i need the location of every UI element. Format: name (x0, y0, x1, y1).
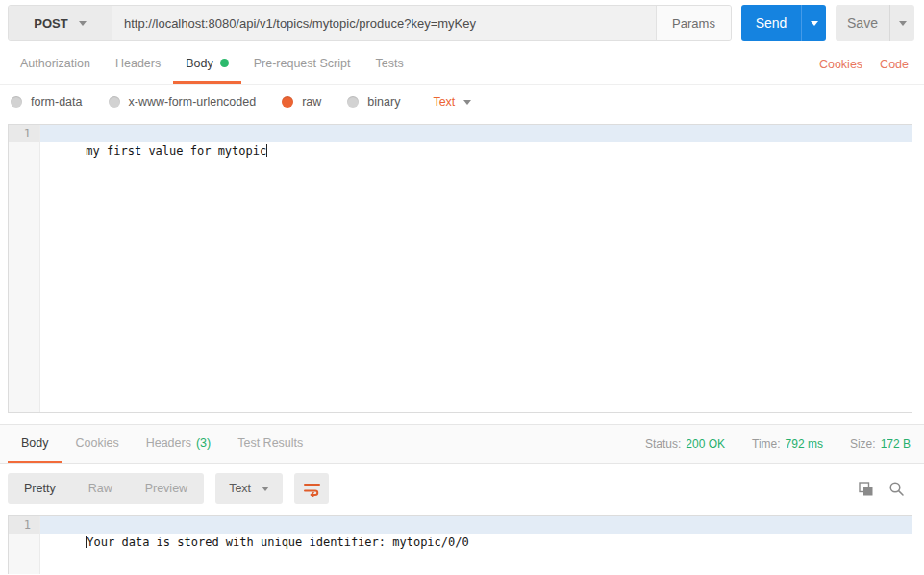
radio-label: form-data (31, 95, 83, 109)
size-value: 172 B (881, 438, 911, 451)
save-button[interactable]: Save (836, 5, 889, 41)
tab-label: Headers (115, 57, 161, 70)
chevron-down-icon (79, 21, 87, 26)
response-tab-headers[interactable]: Headers (3) (133, 425, 225, 463)
radio-label: binary (367, 95, 400, 109)
view-mode-label: Raw (88, 482, 112, 495)
tab-tests[interactable]: Tests (362, 45, 415, 84)
code-line: Your data is stored with unique identifi… (40, 516, 912, 534)
response-meta-bar: Body Cookies Headers (3) Test Results St… (0, 424, 924, 464)
size-stat: Size: 172 B (850, 438, 911, 451)
view-mode-label: Preview (145, 482, 187, 495)
line-number: 1 (9, 125, 39, 142)
raw-format-label: Text (433, 95, 455, 109)
editor-gutter: 1 (9, 516, 40, 574)
editor-gutter: 1 (9, 125, 40, 412)
view-mode-switch: Pretty Raw Preview (8, 473, 204, 504)
tab-label: Pre-request Script (254, 57, 351, 70)
request-bar: POST Params Send Save (0, 0, 924, 45)
body-type-row: form-data x-www-form-urlencoded raw bina… (0, 85, 924, 119)
text-cursor (266, 144, 267, 157)
save-button-group: Save (836, 5, 914, 41)
response-stats: Status: 200 OK Time: 792 ms Size: 172 B (645, 425, 911, 463)
view-mode-raw[interactable]: Raw (72, 473, 129, 504)
line-number: 1 (9, 516, 39, 534)
view-mode-pretty[interactable]: Pretty (8, 473, 72, 504)
radio-icon (11, 96, 22, 108)
status-stat: Status: 200 OK (645, 438, 725, 451)
radio-label: raw (302, 95, 321, 109)
request-tabs: Authorization Headers Body Pre-request S… (0, 45, 924, 85)
copy-response-button[interactable] (858, 481, 874, 497)
radio-binary[interactable]: binary (347, 95, 400, 109)
request-tabs-links: Cookies Code (819, 45, 909, 84)
code-line: my first value for mytopic (40, 125, 912, 142)
radio-label: x-www-form-urlencoded (129, 95, 257, 109)
raw-format-select[interactable]: Text (433, 95, 471, 109)
search-icon (888, 481, 905, 497)
response-toolbar-right (858, 481, 905, 497)
view-mode-label: Pretty (24, 482, 56, 495)
response-tab-label: Cookies (76, 437, 119, 450)
tab-label: Authorization (20, 57, 90, 70)
code-link[interactable]: Code (880, 58, 909, 71)
cookies-link[interactable]: Cookies (819, 58, 862, 71)
response-tab-body[interactable]: Body (8, 425, 62, 463)
chevron-down-icon (899, 21, 907, 26)
response-tab-label: Test Results (237, 437, 303, 450)
chevron-down-icon (262, 487, 269, 491)
body-has-content-dot-icon (220, 59, 229, 67)
save-options-button[interactable] (889, 5, 914, 41)
response-toolbar: Pretty Raw Preview Text (0, 464, 924, 512)
tab-pre-request-script[interactable]: Pre-request Script (241, 45, 363, 84)
chevron-down-icon (463, 100, 471, 105)
send-label: Send (756, 15, 787, 31)
status-label: Status: (645, 438, 681, 451)
request-body-editor[interactable]: 1 my first value for mytopic (8, 124, 912, 413)
code-line-text: Your data is stored with unique identifi… (87, 536, 468, 549)
copy-icon (858, 481, 874, 497)
params-label: Params (672, 16, 715, 31)
response-format-label: Text (229, 482, 251, 495)
wrap-lines-icon (303, 481, 321, 497)
search-response-button[interactable] (888, 481, 905, 497)
url-input[interactable] (112, 6, 656, 40)
editor-code-area[interactable]: Your data is stored with unique identifi… (40, 516, 912, 574)
url-group: POST Params (8, 5, 732, 41)
radio-x-www-form-urlencoded[interactable]: x-www-form-urlencoded (109, 95, 257, 109)
tab-headers[interactable]: Headers (103, 45, 173, 84)
code-line-text: my first value for mytopic (86, 144, 266, 158)
tab-label: Body (186, 57, 213, 70)
response-tab-label: Headers (146, 437, 191, 450)
radio-selected-icon (282, 96, 293, 108)
tab-body[interactable]: Body (173, 45, 241, 84)
send-options-button[interactable] (801, 5, 826, 41)
time-value: 792 ms (786, 438, 823, 451)
method-select[interactable]: POST (9, 6, 112, 40)
save-label: Save (847, 15, 878, 31)
tab-label: Tests (375, 57, 403, 70)
radio-icon (347, 96, 359, 108)
response-tab-test-results[interactable]: Test Results (224, 425, 316, 463)
response-tab-cookies[interactable]: Cookies (62, 425, 133, 463)
method-label: POST (34, 16, 67, 31)
status-value: 200 OK (686, 438, 725, 451)
params-button[interactable]: Params (656, 6, 731, 40)
time-label: Time: (752, 438, 781, 451)
radio-icon (109, 96, 120, 108)
headers-count-badge: (3) (196, 437, 211, 450)
send-button[interactable]: Send (741, 5, 801, 41)
radio-form-data[interactable]: form-data (11, 95, 83, 109)
editor-code-area[interactable]: my first value for mytopic (40, 125, 912, 412)
chevron-down-icon (811, 21, 818, 26)
tab-authorization[interactable]: Authorization (8, 45, 103, 84)
view-mode-preview[interactable]: Preview (129, 473, 204, 504)
size-label: Size: (850, 438, 876, 451)
send-button-group: Send (741, 5, 826, 41)
response-format-select[interactable]: Text (215, 473, 283, 504)
response-body-editor[interactable]: 1 Your data is stored with unique identi… (8, 515, 912, 574)
time-stat: Time: 792 ms (752, 438, 823, 451)
response-tab-label: Body (21, 437, 49, 450)
wrap-lines-button[interactable] (294, 473, 329, 504)
radio-raw[interactable]: raw (282, 95, 321, 109)
